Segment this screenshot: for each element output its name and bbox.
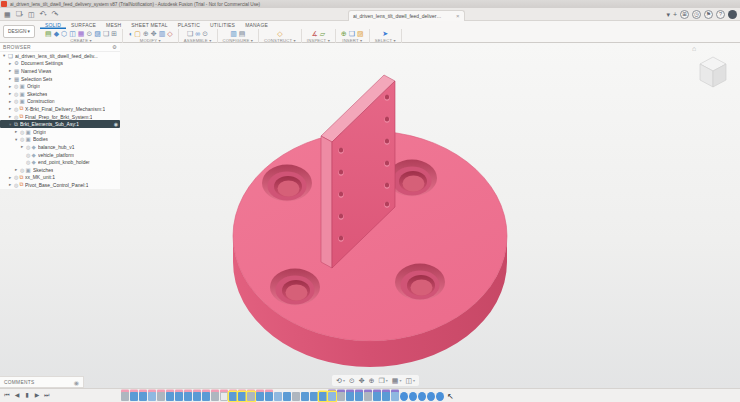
browser-row[interactable]: ▸◎▣Sketches xyxy=(0,166,120,174)
comments-bar[interactable]: COMMENTS ◉ xyxy=(0,376,84,388)
node-label[interactable]: Bodies xyxy=(33,137,48,143)
timeline-feature-icon[interactable] xyxy=(157,392,165,401)
timeline-feature-icon[interactable] xyxy=(121,392,129,401)
browser-row[interactable]: ▾⧉Brkt_Elements_Sub_Asy:1◉ xyxy=(0,120,120,128)
job-status-icon[interactable]: ◷ xyxy=(692,10,701,19)
timeline-feature-icon[interactable] xyxy=(319,392,327,401)
tab-mesh[interactable]: MESH xyxy=(101,21,126,29)
assemble-tool-icon[interactable]: ∞ xyxy=(195,29,200,38)
file-menu-icon[interactable]: ❏▾ xyxy=(14,8,25,21)
timeline-feature-icon[interactable] xyxy=(382,392,390,401)
timeline-feature-icon[interactable] xyxy=(247,392,255,401)
tab-surface[interactable]: SURFACE xyxy=(66,21,101,29)
modify-tool-icon[interactable]: ⊕ xyxy=(143,29,149,38)
visibility-eye-icon[interactable]: ◎ xyxy=(14,114,18,120)
visibility-eye-icon[interactable]: ◎ xyxy=(20,167,24,173)
construct-tool-icon[interactable]: ◇ xyxy=(277,29,282,38)
tab-overflow-icon[interactable]: ▾ xyxy=(666,10,670,19)
browser-row[interactable]: ▾◎▣Bodies xyxy=(0,136,120,144)
timeline-feature-icon[interactable] xyxy=(211,392,219,401)
orbit-icon[interactable]: ⟲▾ xyxy=(336,377,345,385)
look-at-icon[interactable]: ⊙ xyxy=(349,377,355,385)
tab-manage[interactable]: MANAGE xyxy=(240,21,273,29)
timeline-control-icon[interactable]: ⏭ xyxy=(43,390,51,401)
timeline-control-icon[interactable]: ▮ xyxy=(23,390,31,401)
timeline-feature-icon[interactable] xyxy=(175,392,183,401)
zoom-icon[interactable]: ⊕ xyxy=(369,377,375,385)
node-label[interactable]: Sketches xyxy=(27,91,47,97)
timeline-feature-icon[interactable] xyxy=(139,392,147,401)
activate-component-radio[interactable]: ◉ xyxy=(114,121,118,127)
create-tool-icon[interactable]: ◫ xyxy=(69,29,76,38)
timeline-feature-icon[interactable] xyxy=(301,392,309,401)
undo-icon[interactable]: ↶▾ xyxy=(38,8,49,21)
assemble-tool-icon[interactable]: ⊙ xyxy=(202,29,208,38)
select-tool-icon[interactable]: ➤ xyxy=(382,29,388,38)
timeline-feature-icon[interactable] xyxy=(310,392,318,401)
viewport-canvas[interactable]: BROWSER ⚙ ▾❏ai_driven_lens_tilt_dwell_fe… xyxy=(0,43,740,402)
timeline-feature-icon[interactable] xyxy=(355,392,363,401)
timeline-control-icon[interactable]: ◀ xyxy=(13,390,21,401)
visibility-eye-icon[interactable]: ◎ xyxy=(14,98,18,104)
timeline-feature-icon[interactable] xyxy=(346,392,354,401)
timeline-body-icon[interactable] xyxy=(418,392,426,401)
node-label[interactable]: Origin xyxy=(33,129,46,135)
node-label[interactable]: balance_hub_v1 xyxy=(38,144,74,150)
node-label[interactable]: Final_Prep_for_Brkt_System:1 xyxy=(25,114,93,120)
timeline-feature-icon[interactable] xyxy=(283,392,291,401)
visibility-eye-icon[interactable]: ◎ xyxy=(14,83,18,89)
timeline-feature-icon[interactable] xyxy=(148,392,156,401)
timeline-feature-icon[interactable] xyxy=(166,392,174,401)
timeline-feature-icon[interactable] xyxy=(265,392,273,401)
timeline-control-icon[interactable]: ▶ xyxy=(33,390,41,401)
create-tool-icon[interactable]: ▦ xyxy=(78,29,85,38)
extensions-icon[interactable]: ⊞ xyxy=(680,10,689,19)
node-label[interactable]: Sketches xyxy=(33,167,53,173)
gear-icon[interactable]: ⚙ xyxy=(112,44,117,50)
assemble-tool-icon[interactable]: ❏ xyxy=(187,29,193,38)
create-tool-icon[interactable]: ❏ xyxy=(103,29,109,38)
browser-row[interactable]: ▸▦Named Views xyxy=(0,67,120,75)
create-tool-icon[interactable]: ◆ xyxy=(54,29,59,38)
node-label[interactable]: Construction xyxy=(27,99,55,105)
configure-tool-icon[interactable]: ▤ xyxy=(239,29,246,38)
create-tool-icon[interactable]: ⬡ xyxy=(61,29,67,38)
browser-row[interactable]: ▸◎⧉Pivot_Base_Control_Panel:1 xyxy=(0,181,120,189)
view-cube-graphic[interactable] xyxy=(692,43,734,95)
timeline-feature-icon[interactable] xyxy=(238,392,246,401)
browser-row[interactable]: ▸◎⧉X-Brkt_Final_Delivery_Mechanism:1 xyxy=(0,105,120,113)
timeline-feature-icon[interactable] xyxy=(391,392,399,401)
browser-row[interactable]: ▸◎⧉Final_Prep_for_Brkt_System:1 xyxy=(0,113,120,121)
timeline-feature-icon[interactable] xyxy=(328,392,336,401)
insert-tool-icon[interactable]: ⊕ xyxy=(341,29,347,38)
close-tab-icon[interactable]: × xyxy=(456,13,460,19)
timeline-feature-icon[interactable] xyxy=(337,392,345,401)
browser-row[interactable]: ▸⚙Document Settings xyxy=(0,60,120,68)
browser-row[interactable]: ▸◎▣Sketches xyxy=(0,90,120,98)
timeline-feature-icon[interactable] xyxy=(184,392,192,401)
tab-solid[interactable]: SOLID xyxy=(40,21,66,29)
tab-plastic[interactable]: PLASTIC xyxy=(173,21,205,29)
fit-icon[interactable]: ❐▾ xyxy=(379,377,388,385)
create-tool-icon[interactable]: ▤ xyxy=(45,29,52,38)
timeline-body-icon[interactable] xyxy=(409,392,417,401)
help-icon[interactable]: ? xyxy=(716,10,725,19)
save-icon[interactable]: ◫ xyxy=(26,9,37,21)
node-label[interactable]: Selection Sets xyxy=(21,76,53,82)
timeline-body-icon[interactable] xyxy=(400,392,408,401)
browser-row[interactable]: ▾❏ai_driven_lens_tilt_dwell_feed_deliv..… xyxy=(0,52,120,60)
workspace-selector[interactable]: DESIGN ▾ xyxy=(3,25,35,38)
modify-tool-icon[interactable]: ◇ xyxy=(167,29,172,38)
configure-tool-icon[interactable]: ▥ xyxy=(230,29,237,38)
timeline-feature-icon[interactable] xyxy=(229,392,237,401)
browser-row[interactable]: ◎◆vehicle_platform xyxy=(0,151,120,159)
visibility-eye-icon[interactable]: ◎ xyxy=(20,129,24,135)
modify-tool-icon[interactable]: ▥ xyxy=(159,29,166,38)
visibility-eye-icon[interactable]: ◎ xyxy=(14,174,18,180)
timeline-feature-icon[interactable] xyxy=(193,392,201,401)
insert-tool-icon[interactable]: ▨ xyxy=(357,29,364,38)
home-view-icon[interactable]: ⌂ xyxy=(692,45,696,52)
node-label[interactable]: vehicle_platform xyxy=(38,152,74,158)
timeline-feature-icon[interactable] xyxy=(373,392,381,401)
visibility-eye-icon[interactable]: ◎ xyxy=(26,159,30,165)
